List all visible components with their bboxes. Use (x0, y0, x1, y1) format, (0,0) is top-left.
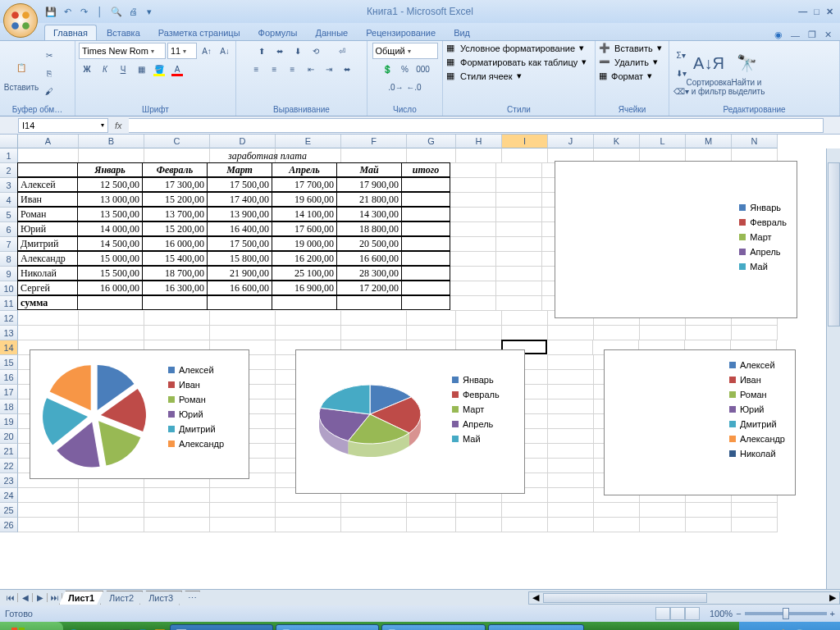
tab-review[interactable]: Рецензирование (358, 25, 444, 40)
cell-B6[interactable]: 14 000,00 (77, 221, 143, 236)
cell-C4[interactable]: 15 200,00 (142, 192, 208, 207)
zoom-value[interactable]: 100% (710, 609, 733, 619)
cell-L13[interactable] (640, 326, 686, 340)
cell-J16[interactable] (548, 370, 594, 385)
cell-A9[interactable]: Николай (17, 266, 78, 281)
taskbar-item-doc2[interactable]: 📄Практическая ра... (381, 624, 486, 630)
cell-A12[interactable] (18, 311, 79, 326)
chart-pie3d-months[interactable]: ЯнварьФевральМартАпрельМай (295, 349, 525, 494)
row-header-6[interactable]: 6 (0, 222, 18, 237)
ql-player-icon[interactable]: ▶ (101, 627, 116, 630)
cell-C26[interactable] (144, 518, 210, 532)
cell-G8[interactable] (401, 251, 450, 266)
cell-K13[interactable] (594, 326, 640, 340)
cell-C12[interactable] (144, 311, 210, 326)
cell-H13[interactable] (456, 326, 502, 340)
ql-app2-icon[interactable]: 📘 (135, 627, 150, 630)
number-format-combo[interactable]: Общий▾ (372, 43, 438, 59)
row-header-11[interactable]: 11 (0, 296, 18, 311)
cell-G11[interactable] (401, 295, 450, 310)
col-header-D[interactable]: D (210, 135, 276, 148)
row-header-17[interactable]: 17 (0, 385, 18, 399)
view-page-layout-icon[interactable] (670, 607, 685, 620)
chart-pie-names[interactable]: АлексейИванРоманЮрийДмитрийАлександр (30, 349, 249, 479)
cell-E7[interactable]: 19 000,00 (272, 236, 337, 251)
row-header-20[interactable]: 20 (0, 429, 18, 444)
print-icon[interactable]: 🖨 (126, 5, 139, 18)
tab-view[interactable]: Вид (445, 25, 478, 40)
decrease-indent-icon[interactable]: ⇤ (303, 61, 319, 77)
row-header-21[interactable]: 21 (0, 444, 18, 459)
row-header-9[interactable]: 9 (0, 267, 18, 281)
cell-D4[interactable]: 17 400,00 (207, 192, 272, 207)
view-normal-icon[interactable] (655, 607, 670, 620)
align-bottom-icon[interactable]: ⬇ (290, 43, 306, 59)
merge-cells-icon[interactable]: ⬌ (339, 61, 355, 77)
cell-J17[interactable] (548, 385, 594, 399)
cell-E10[interactable]: 16 900,00 (272, 281, 337, 295)
cell-C3[interactable]: 17 300,00 (142, 177, 208, 192)
cell-F9[interactable]: 28 300,00 (336, 266, 402, 281)
start-button[interactable]: пуск (0, 622, 63, 630)
find-select-button[interactable]: 🔭 Найти и выделить (728, 50, 765, 96)
cell-C6[interactable]: 15 200,00 (142, 221, 208, 236)
row-header-14[interactable]: 14 (0, 340, 18, 355)
cell-G26[interactable] (407, 518, 456, 532)
cell-H2[interactable] (450, 163, 496, 178)
cell-A3[interactable]: Алексей (17, 177, 78, 192)
cell-J21[interactable] (548, 444, 594, 459)
cell-C13[interactable] (144, 326, 210, 340)
cell-J13[interactable] (548, 326, 594, 340)
redo-icon[interactable]: ↷ (77, 5, 90, 18)
align-right-icon[interactable]: ≡ (285, 61, 301, 77)
cell-J22[interactable] (548, 459, 594, 473)
cell-E12[interactable] (276, 311, 341, 326)
tab-insert[interactable]: Вставка (98, 25, 148, 40)
cell-I4[interactable] (496, 193, 542, 208)
cell-J14[interactable] (547, 340, 593, 355)
minimize-button[interactable]: — (798, 7, 807, 17)
cell-H4[interactable] (450, 193, 496, 208)
vertical-scrollbar[interactable] (826, 148, 840, 589)
cell-C2[interactable]: Февраль (142, 162, 208, 177)
cell-J24[interactable] (548, 488, 594, 503)
cell-A1[interactable] (18, 148, 79, 163)
cell-H1[interactable] (456, 148, 502, 163)
font-name-combo[interactable]: Times New Rom▾ (79, 43, 166, 59)
cell-E11[interactable] (272, 295, 337, 310)
cell-D10[interactable]: 16 600,00 (207, 281, 272, 295)
percent-icon[interactable]: % (397, 61, 413, 77)
cell-K25[interactable] (594, 503, 640, 518)
cell-C8[interactable]: 15 400,00 (142, 251, 208, 266)
row-header-3[interactable]: 3 (0, 178, 18, 193)
cell-D3[interactable]: 17 500,00 (207, 177, 272, 192)
cell-G2[interactable]: итого (401, 162, 450, 177)
conditional-formatting-button[interactable]: ▦ Условное форматирование ▾ (446, 43, 584, 53)
cell-J23[interactable] (548, 473, 594, 488)
cell-I5[interactable] (496, 208, 542, 222)
wrap-text-icon[interactable]: ⏎ (334, 43, 350, 59)
bold-button[interactable]: Ж (79, 61, 95, 77)
ql-chrome-icon[interactable]: 🌐 (66, 627, 81, 630)
cell-D26[interactable] (210, 518, 276, 532)
decrease-font-icon[interactable]: A↓ (217, 43, 233, 59)
cell-H9[interactable] (450, 267, 496, 281)
cell-D8[interactable]: 15 800,00 (207, 251, 272, 266)
cell-A11[interactable]: сумма (17, 295, 78, 310)
cell-I10[interactable] (496, 281, 542, 296)
cell-N13[interactable] (732, 326, 778, 340)
cell-J25[interactable] (548, 503, 594, 518)
cell-D12[interactable] (210, 311, 276, 326)
sheet-nav-prev-icon[interactable]: ◀ (18, 593, 33, 602)
cell-H5[interactable] (450, 208, 496, 222)
cell-B5[interactable]: 13 500,00 (77, 207, 143, 221)
row-header-18[interactable]: 18 (0, 399, 18, 414)
cell-H11[interactable] (450, 296, 496, 311)
comma-icon[interactable]: 000 (415, 61, 431, 77)
row-header-15[interactable]: 15 (0, 355, 18, 370)
taskbar-item-word[interactable]: 📄Документ1 - Micr... (276, 624, 379, 630)
sheet-tab-1[interactable]: Лист1 (59, 591, 103, 605)
col-header-M[interactable]: M (686, 135, 732, 148)
cell-H6[interactable] (450, 222, 496, 237)
cell-L26[interactable] (640, 518, 686, 532)
